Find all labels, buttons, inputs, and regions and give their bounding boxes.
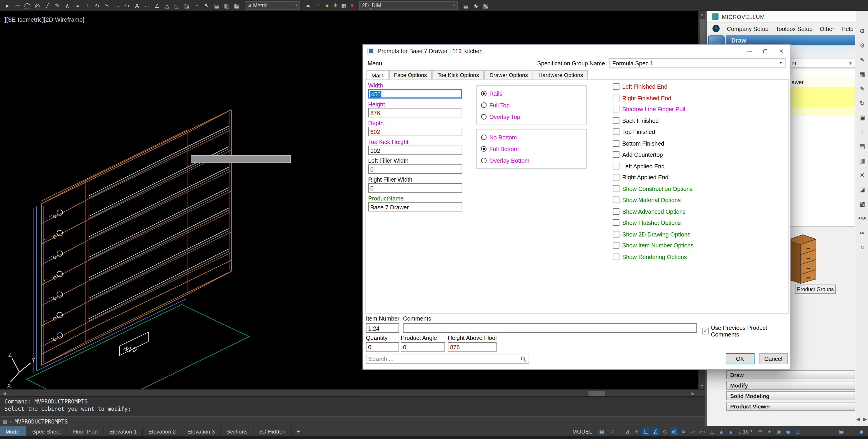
pencil-icon[interactable]: ✎ <box>53 1 62 10</box>
selected-solid-slab[interactable] <box>191 156 290 163</box>
snap-icon[interactable]: ∷ <box>607 427 615 435</box>
add-countertop-checkbox[interactable]: Add Countertop <box>613 151 694 158</box>
layout-tab-3d-hidden[interactable]: 3D Hidden <box>254 426 291 436</box>
graphics-icon[interactable]: ◆ <box>858 427 865 435</box>
shadow-line-finger-pull-checkbox[interactable]: Shadow Line Finger Pull <box>613 106 694 112</box>
help-icon[interactable]: ? <box>712 25 720 32</box>
image-icon[interactable]: ▦ <box>232 1 241 10</box>
menu-company-setup[interactable]: Company Setup <box>727 25 769 32</box>
ok-button[interactable]: OK <box>725 353 754 364</box>
annotation-visibility-icon[interactable]: + <box>766 427 773 435</box>
show-advanced-options-checkbox[interactable]: Show Advanced Options <box>613 208 694 214</box>
polar-tracking-icon[interactable]: ∠ <box>652 427 659 435</box>
minimize-button[interactable]: — <box>745 47 753 55</box>
select-icon[interactable]: ► <box>3 1 12 10</box>
left-applied-end-checkbox[interactable]: Left Applied End <box>613 162 694 169</box>
product-angle-input[interactable]: 0 <box>401 342 445 351</box>
infer-constraints-icon[interactable]: ⊿ <box>623 427 631 435</box>
bottom-finished-checkbox[interactable]: Bottom Finished <box>613 140 694 147</box>
scroll-right-icon[interactable]: ▶ <box>690 390 696 397</box>
show-rendering-options-checkbox[interactable]: Show Rendering Options <box>613 253 694 260</box>
width-input[interactable]: 450 <box>368 89 462 98</box>
settings-gear-icon[interactable]: ⚙ <box>756 427 764 435</box>
hardware-acceleration-icon[interactable]: ▣ <box>784 427 792 435</box>
left-finished-end-checkbox[interactable]: Left Finished End <box>613 83 694 90</box>
dim-angle-icon[interactable]: ∠ <box>152 1 161 10</box>
donut-icon[interactable]: ◎ <box>33 1 42 10</box>
hatch-icon[interactable]: ▨ <box>182 1 191 10</box>
grid-icon[interactable]: ▩ <box>859 200 865 208</box>
menu-other[interactable]: Other <box>820 25 834 32</box>
add-layout-tab-button[interactable]: + <box>291 428 305 434</box>
layout-tab-sections[interactable]: Sections <box>221 426 254 436</box>
cancel-button[interactable]: Cancel <box>759 353 787 364</box>
show-item-number-options-checkbox[interactable]: Show Item Number Options <box>613 242 694 249</box>
annotation-monitor-icon[interactable]: ▴ <box>727 427 735 435</box>
popout-icon[interactable]: ▣ <box>837 427 845 435</box>
selection-cycling-icon[interactable]: ▭ <box>699 427 706 435</box>
menu-help[interactable]: Help <box>842 25 854 32</box>
trim-icon[interactable]: ✂ <box>102 1 112 10</box>
dialog-titlebar[interactable]: Prompts for Base 7 Drawer | 113 Kitchen … <box>363 45 790 57</box>
show-flatshot-options-checkbox[interactable]: Show Flatshot Options <box>613 219 694 226</box>
osnap-icon[interactable]: ◎ <box>670 427 678 435</box>
show-construction-options-checkbox[interactable]: Show Construction Options <box>613 185 694 192</box>
grid-icon[interactable]: ▦ <box>598 427 606 435</box>
scroll-left-icon[interactable]: ◀ <box>1 390 8 397</box>
command-customize-icon[interactable]: ▦ <box>3 418 7 425</box>
dynamic-input-icon[interactable]: + <box>633 427 641 435</box>
rotate-icon[interactable]: ↻ <box>93 1 102 10</box>
quantity-input[interactable]: 0 <box>366 342 399 351</box>
dialog-menu[interactable]: Menu <box>368 59 382 66</box>
edit-pencil-icon[interactable]: ✎ <box>860 57 865 64</box>
dynamic-ucs-icon[interactable]: ▲ <box>717 427 725 435</box>
refresh-icon[interactable]: ↻ <box>860 99 865 107</box>
move-icon[interactable]: + <box>83 1 92 10</box>
layer-state-icon[interactable]: ▦ <box>340 1 348 10</box>
curve-arrow-icon[interactable]: ↪ <box>122 1 132 10</box>
annotation-scale-dropdown[interactable]: ◢ Metric ▾ <box>245 1 300 10</box>
tab-hardware-options[interactable]: Hardware Options <box>533 70 588 80</box>
nav-forward-icon[interactable]: ▶ <box>863 416 867 422</box>
overlay-top-radio[interactable]: Overlay Top <box>481 111 586 122</box>
layout-tab-elevation-3[interactable]: Elevation 3 <box>182 426 221 436</box>
delete-icon[interactable]: ✕ <box>860 171 865 179</box>
scroll-down-icon[interactable]: ▼ <box>699 382 705 389</box>
list-item-fragment[interactable]: awer <box>792 79 804 85</box>
no-bottom-radio[interactable]: No Bottom <box>481 131 586 143</box>
layer-manager-icon[interactable]: ≡ <box>313 1 322 10</box>
viewport-controls-label[interactable]: ][SE Isometric][2D Wireframe] <box>4 16 85 23</box>
link-icon[interactable]: ∞ <box>860 229 864 237</box>
isolate-objects-icon[interactable]: ◉ <box>775 427 783 435</box>
comments-input[interactable] <box>403 323 697 333</box>
layout-tab-model[interactable]: Model <box>0 426 27 436</box>
height-input[interactable]: 876 <box>368 108 462 117</box>
dim-triangle-icon[interactable]: △ <box>162 1 172 10</box>
spreadsheet-icon[interactable]: ▦ <box>859 71 865 78</box>
leader-icon[interactable]: ↖ <box>202 1 211 10</box>
dim-arc-icon[interactable]: ⌢ <box>192 1 202 10</box>
maximize-button[interactable]: ▢ <box>761 47 769 55</box>
close-button[interactable]: ✕ <box>777 47 785 55</box>
nav-back-icon[interactable]: ◀ <box>857 416 860 422</box>
full-top-radio[interactable]: Full Top <box>481 99 586 111</box>
product-groups-button[interactable]: Product Groups <box>795 285 836 294</box>
viewport-horizontal-scrollbar[interactable]: ◀ ▶ <box>0 389 705 397</box>
top-finished-checkbox[interactable]: Top Finished <box>613 128 694 135</box>
record-icon[interactable]: ▪ <box>847 427 855 435</box>
toolbox-gear-icon[interactable]: ⚙ <box>859 42 865 50</box>
layer-thaw-sun-icon[interactable]: ☀ <box>332 1 339 10</box>
layer-on-bulb-icon[interactable]: ● <box>323 1 331 10</box>
tab-toe-kick-options[interactable]: Toe Kick Options <box>432 70 484 80</box>
use-previous-comments-checkbox[interactable]: ✓ Use Previous Product Comments <box>702 324 791 338</box>
table-icon[interactable]: ▤ <box>859 143 865 150</box>
section-solid-modeling[interactable]: Solid Modeling <box>726 391 855 400</box>
transparency-icon[interactable]: ▱ <box>689 427 697 435</box>
text-icon[interactable]: A <box>132 1 142 10</box>
clean-screen-icon[interactable]: □ <box>794 427 802 435</box>
right-applied-end-checkbox[interactable]: Right Applied End <box>613 174 694 181</box>
command-input[interactable]: ▦ ▾ MVPRODUCTPROMPTS <box>0 416 705 426</box>
fill-icon[interactable]: ◪ <box>859 186 865 193</box>
right-filler-width-input[interactable]: 0 <box>368 183 462 192</box>
height-above-floor-input[interactable]: 876 <box>448 342 497 351</box>
